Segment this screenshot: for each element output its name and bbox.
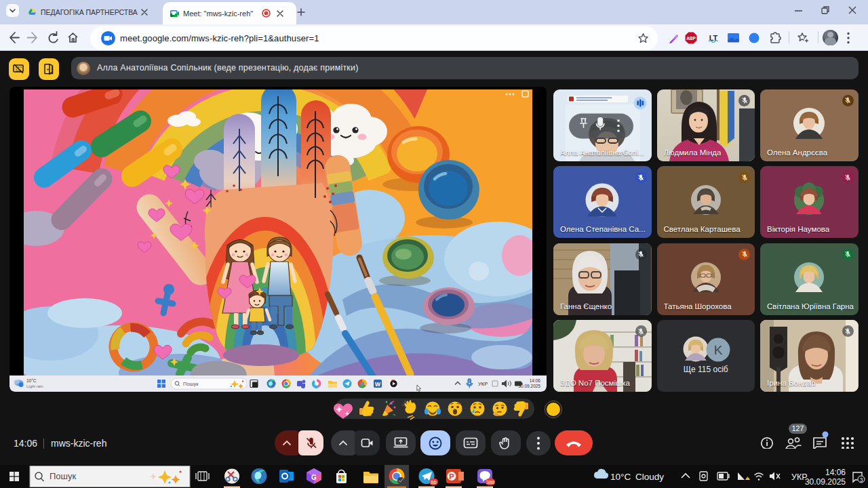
svg-text:УКР: УКР bbox=[478, 381, 488, 387]
svg-text:86: 86 bbox=[431, 479, 436, 485]
svg-text:127: 127 bbox=[792, 424, 804, 432]
svg-text:10°C: 10°C bbox=[610, 472, 631, 482]
svg-text:30.09.2025: 30.09.2025 bbox=[518, 384, 540, 388]
svg-text:Пошук: Пошук bbox=[50, 471, 77, 481]
svg-text:P: P bbox=[449, 472, 454, 481]
svg-text:3: 3 bbox=[860, 476, 863, 483]
svg-text:10°C: 10°C bbox=[26, 378, 37, 383]
svg-text:388: 388 bbox=[486, 479, 495, 485]
svg-text:Пошук: Пошук bbox=[183, 381, 199, 387]
svg-text:30.09.2025: 30.09.2025 bbox=[805, 477, 846, 487]
svg-text:14:06: 14:06 bbox=[530, 378, 541, 383]
svg-text:Cloudy: Cloudy bbox=[635, 472, 664, 482]
svg-text:W: W bbox=[375, 381, 381, 388]
svg-text:G: G bbox=[311, 474, 317, 481]
svg-text:Light rain: Light rain bbox=[26, 384, 43, 388]
svg-text:K: K bbox=[713, 343, 722, 357]
svg-text:!: ! bbox=[747, 476, 748, 480]
svg-text:14:06: 14:06 bbox=[825, 468, 846, 477]
svg-text:ABP: ABP bbox=[686, 36, 696, 41]
